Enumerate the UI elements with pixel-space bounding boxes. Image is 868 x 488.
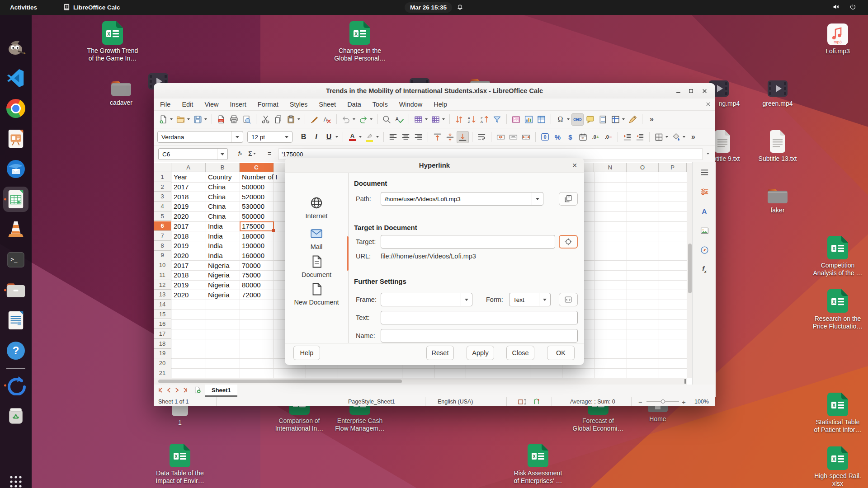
- desktop-icon-green[interactable]: [767, 80, 788, 98]
- row-header-8[interactable]: 8: [154, 241, 171, 251]
- cell-A12[interactable]: 2019: [171, 280, 206, 290]
- nav-new-document[interactable]: New Document: [285, 282, 348, 306]
- close-document-icon[interactable]: [706, 100, 711, 108]
- nav-document[interactable]: Document: [285, 255, 348, 278]
- row-header-2[interactable]: 2: [154, 182, 171, 192]
- cell-A9[interactable]: 2020: [171, 251, 206, 261]
- cell-B11[interactable]: Nigeria: [206, 270, 240, 280]
- cell-A3[interactable]: 2018: [171, 192, 206, 202]
- cell-B1[interactable]: Country: [206, 172, 240, 182]
- menu-data[interactable]: Data: [347, 101, 361, 108]
- open-dropdown-icon[interactable]: [187, 118, 190, 120]
- horizontal-scrollbar[interactable]: [154, 378, 687, 385]
- row-header-13[interactable]: 13: [154, 290, 171, 300]
- paste-dropdown-icon[interactable]: [297, 118, 300, 120]
- desktop-icon-highspeed[interactable]: X: [827, 446, 848, 470]
- font-color-dropdown-icon[interactable]: [359, 136, 362, 138]
- cell-B3[interactable]: China: [206, 192, 240, 202]
- cell-A4[interactable]: 2019: [171, 202, 206, 211]
- menu-insert[interactable]: Insert: [230, 101, 246, 108]
- menu-styles[interactable]: Styles: [290, 101, 308, 108]
- menu-edit[interactable]: Edit: [182, 101, 193, 108]
- tab-sheet1[interactable]: Sheet1: [205, 385, 237, 397]
- power-icon[interactable]: [849, 4, 856, 12]
- dock-item-calc[interactable]: [3, 187, 28, 212]
- headers-footers-icon[interactable]: [597, 113, 609, 126]
- cell-B6[interactable]: India: [206, 221, 240, 231]
- wrap-text-icon[interactable]: [476, 131, 488, 143]
- copy-icon[interactable]: [272, 113, 284, 126]
- sidebar-settings-icon[interactable]: [698, 166, 710, 178]
- font-size-combobox[interactable]: 12 pt: [247, 131, 292, 143]
- clear-formatting-icon[interactable]: A: [321, 113, 333, 126]
- format-date-icon[interactable]: 31: [577, 131, 589, 143]
- sort-ascending-icon[interactable]: AZ: [466, 113, 478, 126]
- volume-icon[interactable]: [832, 3, 840, 12]
- cut-icon[interactable]: [259, 113, 272, 126]
- cell-A7[interactable]: 2018: [171, 231, 206, 241]
- row-header-19[interactable]: 19: [154, 349, 171, 359]
- cell-B8[interactable]: India: [206, 241, 240, 251]
- row-header-9[interactable]: 9: [154, 251, 171, 261]
- desktop-icon-statistical[interactable]: X: [827, 393, 848, 416]
- save-icon[interactable]: [192, 113, 204, 126]
- menu-window[interactable]: Window: [399, 101, 423, 108]
- sheet-first-icon[interactable]: [158, 387, 163, 394]
- align-right-icon[interactable]: [412, 131, 425, 143]
- minimize-button[interactable]: [674, 86, 683, 96]
- desktop-icon-research[interactable]: X: [827, 289, 848, 313]
- col-header-B[interactable]: B: [206, 163, 240, 172]
- fill-handle[interactable]: [272, 229, 275, 232]
- center-vertically-icon[interactable]: [444, 131, 456, 143]
- new-dropdown-icon[interactable]: [170, 118, 173, 120]
- delete-decimal-icon[interactable]: .0−: [602, 131, 614, 143]
- col-header-P[interactable]: P: [659, 163, 687, 172]
- expand-formula-bar-icon[interactable]: [704, 148, 712, 159]
- borders-icon[interactable]: [653, 131, 665, 143]
- row-header-18[interactable]: 18: [154, 339, 171, 349]
- background-color-icon[interactable]: [670, 131, 682, 143]
- menu-format[interactable]: Format: [258, 101, 278, 108]
- cell-A11[interactable]: 2018: [171, 270, 206, 280]
- target-input[interactable]: [381, 235, 555, 249]
- insert-column-dropdown-icon[interactable]: [442, 118, 445, 120]
- print-icon[interactable]: [228, 113, 240, 126]
- highlighting-color-dropdown-icon[interactable]: [376, 136, 379, 138]
- menu-help[interactable]: Help: [434, 101, 447, 108]
- redo-icon[interactable]: [357, 113, 369, 126]
- navigator-icon[interactable]: [698, 244, 710, 256]
- ok-button[interactable]: OK: [547, 346, 575, 360]
- row-header-15[interactable]: 15: [154, 310, 171, 319]
- undo-icon[interactable]: [340, 113, 352, 126]
- italic-icon[interactable]: I: [310, 131, 322, 143]
- reset-button[interactable]: Reset: [426, 346, 454, 360]
- new-icon[interactable]: [157, 113, 170, 126]
- dock-item-chrome[interactable]: [3, 96, 28, 121]
- format-currency-icon[interactable]: $: [564, 131, 576, 143]
- page-style[interactable]: PageStyle_Sheet1: [348, 397, 395, 406]
- sort-descending-icon[interactable]: ZA: [478, 113, 491, 126]
- dock-item-terminal[interactable]: >_: [3, 247, 28, 272]
- dock-item-gimp[interactable]: [3, 35, 28, 61]
- redo-dropdown-icon[interactable]: [370, 118, 373, 120]
- format-number-icon[interactable]: 0: [539, 131, 551, 143]
- bold-icon[interactable]: B: [297, 131, 310, 143]
- dock-item-writer[interactable]: [3, 308, 28, 333]
- font-color-icon[interactable]: A: [346, 131, 359, 143]
- underline-icon[interactable]: U: [323, 131, 335, 143]
- dock-item-vlc[interactable]: [3, 217, 28, 242]
- select-all-corner[interactable]: [154, 163, 171, 172]
- row-header-10[interactable]: 10: [154, 260, 171, 270]
- properties-icon[interactable]: [698, 186, 710, 197]
- cell-B4[interactable]: China: [206, 202, 240, 211]
- maximize-button[interactable]: [686, 86, 696, 96]
- desktop-icon-growth[interactable]: X: [102, 21, 123, 45]
- borders-dropdown-icon[interactable]: [665, 136, 668, 138]
- dock-item-thunderbird[interactable]: [3, 156, 28, 182]
- sheet-previous-icon[interactable]: [166, 387, 171, 394]
- row-header-20[interactable]: 20: [154, 358, 171, 368]
- add-decimal-icon[interactable]: .0+: [590, 131, 602, 143]
- cell-B5[interactable]: China: [206, 211, 240, 221]
- paste-icon[interactable]: [285, 113, 297, 126]
- insert-row-dropdown-icon[interactable]: [425, 118, 428, 120]
